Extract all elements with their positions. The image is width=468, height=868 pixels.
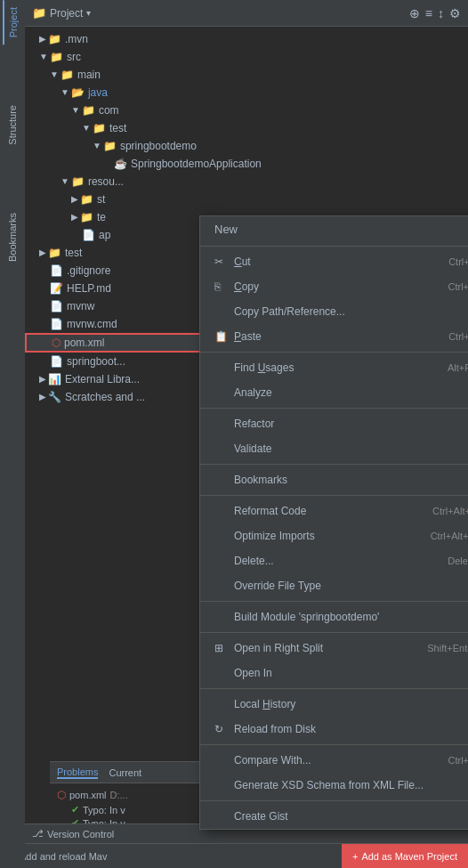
context-menu: New ▶ ✂ Cut Ctrl+X ⎘ Copy Ctrl+C Copy Pa…: [199, 215, 468, 830]
menu-item-override-file[interactable]: Override File Type: [200, 573, 468, 598]
menu-item-local-history[interactable]: Local History ▶: [200, 692, 468, 717]
menu-item-create-gist[interactable]: Create Gist: [200, 804, 468, 829]
item-label: java: [88, 85, 108, 101]
item-label: mvnw: [67, 298, 94, 314]
arrow-icon: ▶: [39, 245, 46, 261]
menu-item-copy-path[interactable]: Copy Path/Reference...: [200, 299, 468, 324]
folder-icon: 📁: [80, 209, 93, 225]
sidebar-tab-bookmarks[interactable]: Bookmarks: [4, 206, 21, 269]
arrow-icon: ▼: [93, 138, 101, 154]
item-label: springbootdemo: [120, 138, 197, 154]
menu-label: Local History: [234, 695, 468, 713]
menu-item-open-in[interactable]: Open In ▶: [200, 661, 468, 685]
arrow-icon: ▶: [71, 191, 78, 207]
maven-file-icon: ⬡: [57, 789, 66, 801]
menu-item-find-usages[interactable]: Find Usages Alt+F7: [200, 355, 468, 380]
action-bar: ⚙ Add and reload Mav + Add as Maven Proj…: [0, 843, 468, 868]
file-icon: 📄: [50, 353, 63, 369]
collapse-icon[interactable]: ≡: [425, 6, 432, 20]
sidebar-tabs: Project Structure Bookmarks: [0, 0, 25, 868]
folder-icon: 📁: [32, 6, 46, 20]
arrow-icon: ▼: [61, 85, 69, 101]
item-label: SpringbootdemoApplication: [131, 156, 262, 172]
cut-icon: ✂: [214, 253, 230, 271]
tree-item-com[interactable]: ▼ 📁 com: [25, 101, 468, 119]
sort-icon[interactable]: ↕: [438, 6, 444, 20]
tree-item-st[interactable]: ▶ 📁 st: [25, 191, 468, 208]
folder-icon: 📁: [80, 191, 93, 207]
vc-icon: ⎇: [32, 828, 44, 840]
arrow-icon: ▼: [61, 174, 69, 190]
arrow-icon: ▶: [39, 389, 46, 405]
menu-item-analyze[interactable]: Analyze ▶: [200, 380, 468, 405]
item-label: springboot...: [67, 353, 125, 369]
item-label: st: [97, 191, 105, 207]
item-label: Scratches and ...: [65, 389, 145, 405]
tree-item-application[interactable]: ☕ SpringbootdemoApplication: [25, 155, 468, 173]
folder-icon: 📁: [48, 245, 61, 261]
menu-separator: [200, 800, 468, 801]
file-icon: 📄: [50, 316, 63, 332]
menu-item-validate[interactable]: Validate: [200, 436, 468, 461]
copy-icon: ⎘: [214, 278, 230, 296]
settings-icon[interactable]: ⚙: [449, 6, 461, 20]
menu-label: Compare With...: [234, 751, 448, 769]
menu-separator: [200, 744, 468, 745]
file-name: pom.xml: [69, 790, 107, 800]
check-icon: ✔: [71, 804, 79, 815]
folder-icon: 📁: [50, 49, 63, 65]
sidebar-tab-project[interactable]: Project: [3, 0, 22, 45]
menu-label: Copy: [234, 278, 448, 296]
arrow-icon: ▶: [71, 209, 78, 225]
menu-item-delete[interactable]: Delete... Delete: [200, 548, 468, 573]
menu-separator: [200, 601, 468, 602]
tree-item-test[interactable]: ▼ 📁 test: [25, 119, 468, 137]
tab-problems[interactable]: Problems: [57, 767, 98, 779]
menu-label: Open In: [234, 664, 468, 682]
item-label: test: [109, 120, 126, 136]
sidebar-tab-structure[interactable]: Structure: [4, 98, 21, 152]
tree-item-resources[interactable]: ▼ 📁 resou...: [25, 173, 468, 191]
locate-icon[interactable]: ⊕: [409, 6, 420, 20]
menu-label: Generate XSD Schema from XML File...: [234, 776, 468, 794]
tree-item-src[interactable]: ▼ 📁 src: [25, 48, 468, 66]
folder-icon: 📁: [71, 174, 85, 190]
menu-item-copy[interactable]: ⎘ Copy Ctrl+C: [200, 274, 468, 299]
dropdown-icon[interactable]: ▾: [86, 8, 91, 18]
toolbar: 📁 Project ▾ ⊕ ≡ ↕ ⚙: [25, 0, 468, 27]
tree-item-springbootdemo[interactable]: ▼ 📁 springbootdemo: [25, 137, 468, 155]
menu-label: Copy Path/Reference...: [234, 303, 468, 320]
menu-item-paste[interactable]: 📋 Paste Ctrl+V: [200, 324, 468, 349]
shortcut-label: Ctrl+Alt+O: [431, 527, 468, 545]
item-label: te: [97, 209, 106, 225]
add-maven-button[interactable]: + Add as Maven Project: [342, 844, 468, 868]
menu-item-reload[interactable]: ↻ Reload from Disk: [200, 717, 468, 742]
menu-item-compare[interactable]: Compare With... Ctrl+D: [200, 748, 468, 773]
menu-item-new[interactable]: New ▶: [200, 216, 468, 243]
file-path: D:...: [110, 790, 128, 800]
arrow-icon: ▼: [71, 102, 80, 118]
menu-item-bookmarks[interactable]: Bookmarks ▶: [200, 467, 468, 492]
tree-item-java[interactable]: ▼ 📂 java: [25, 84, 468, 101]
tree-item-main[interactable]: ▼ 📁 main: [25, 66, 468, 84]
menu-item-cut[interactable]: ✂ Cut Ctrl+X: [200, 249, 468, 274]
libs-icon: 📊: [48, 371, 61, 387]
menu-label: Validate: [234, 440, 468, 458]
menu-item-refactor[interactable]: Refactor ▶: [200, 411, 468, 436]
menu-item-reformat[interactable]: Reformat Code Ctrl+Alt+L: [200, 499, 468, 523]
menu-label: New: [214, 221, 468, 239]
shortcut-label: Shift+Enter: [427, 639, 468, 657]
menu-item-open-right[interactable]: ⊞ Open in Right Split Shift+Enter: [200, 636, 468, 661]
vc-label: Version Control: [47, 829, 114, 840]
menu-label: Cut: [234, 253, 448, 271]
item-label: ap: [99, 227, 110, 243]
menu-item-optimize[interactable]: Optimize Imports Ctrl+Alt+O: [200, 523, 468, 548]
reload-icon: ↻: [214, 720, 230, 738]
menu-item-build-module[interactable]: Build Module 'springbootdemo': [200, 604, 468, 629]
tree-item-mvn[interactable]: ▶ 📁 .mvn: [25, 30, 468, 48]
menu-item-generate-xsd[interactable]: Generate XSD Schema from XML File...: [200, 773, 468, 798]
tab-current[interactable]: Current: [109, 767, 141, 778]
java-file-icon: ☕: [114, 156, 127, 172]
item-label: main: [77, 67, 101, 83]
typo-label: Typo: In v: [83, 805, 125, 815]
